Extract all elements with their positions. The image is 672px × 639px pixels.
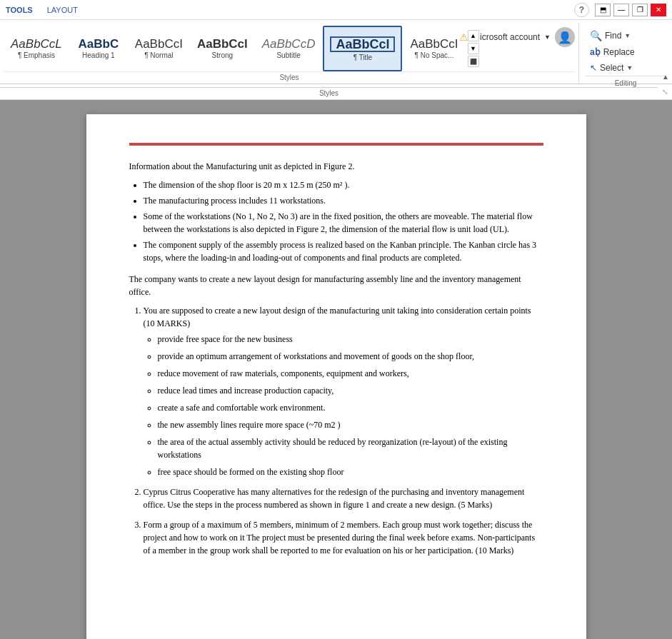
document-area: Information about the Manufacturing unit… [0,100,672,639]
replace-icon: aḅ [590,47,601,57]
nospace-preview: AaBbCcI [410,38,458,50]
numbered-list: You are supposed to create a new layout … [144,304,543,557]
subtitle-label: Subtitle [276,51,300,59]
select-button[interactable]: ↖ Select ▼ [585,60,666,76]
styles-section: AaBbCcL ¶ Emphasis AaBbC Heading 1 AaBbC… [0,23,579,84]
heading1-preview: AaBbC [78,38,119,50]
subtitle-preview: AaBbCcD [262,38,316,50]
sub-list-1: provide free space for the new business … [158,333,543,478]
style-heading1[interactable]: AaBbC Heading 1 [70,26,127,71]
ribbon: ⚠ Microsoft account ▼ 👤 AaBbCcL ¶ Emphas… [0,20,672,84]
replace-label: Replace [603,47,635,57]
document-page: Information about the Manufacturing unit… [86,114,586,639]
style-nospace[interactable]: AaBbCcI ¶ No Spac... [403,26,464,71]
heading1-label: Heading 1 [82,51,115,59]
find-button[interactable]: 🔍 Find ▼ [585,27,666,44]
nospace-label: ¶ No Spac... [415,51,454,59]
list-item-2-text: Cyprus Citrus Cooperative has many alter… [144,487,525,510]
scroll-up-button[interactable]: ▲ [468,30,479,41]
styles-label: Styles [4,71,574,81]
find-label: Find [605,31,621,41]
emphasis-label: ¶ Emphasis [18,51,55,59]
bullet-1-1: The dimension of the shop floor is 20 m … [144,178,543,191]
bullets-list-1: The dimension of the shop floor is 20 m … [144,178,543,264]
sub-bullet-6: the new assembly lines require more spac… [158,418,543,431]
styles-expand-arrow[interactable]: ⤡ [658,88,672,96]
select-label: Select [600,63,623,73]
title-preview: AaBbCcl [330,36,395,52]
editing-label: Editing [585,76,666,89]
document-content: Information about the Manufacturing unit… [129,160,543,557]
bullet-1-4: The component supply of the assembly pro… [144,238,543,264]
style-strong[interactable]: AaBbCcl Strong [191,26,254,71]
style-normal[interactable]: AaBbCcI ¶ Normal [129,26,189,71]
style-title[interactable]: AaBbCcl ¶ Title [323,26,402,71]
styles-scroll-buttons: ▲ ▼ ⬛ [466,30,481,67]
title-row: TOOLS LAYOUT ? ⬒ — ❐ ✕ [0,0,672,20]
ribbon-collapse-button[interactable]: ▲ [662,73,669,81]
find-caret: ▼ [624,32,631,39]
editing-section: 🔍 Find ▼ aḅ Replace ↖ Select ▼ Editing [579,23,672,84]
styles-expand-button[interactable]: ⬛ [468,56,479,67]
select-icon: ↖ [590,63,597,73]
sub-bullet-1: provide free space for the new business [158,333,543,346]
list-item-3: Form a group of a maximum of 5 members, … [144,518,543,557]
window-buttons: ⬒ — ❐ ✕ [595,4,666,16]
sub-bullet-8: free space should be formed on the exist… [158,466,543,478]
strong-preview: AaBbCcl [197,38,248,50]
scroll-down-button[interactable]: ▼ [468,43,479,54]
style-emphasis[interactable]: AaBbCcL ¶ Emphasis [4,26,69,71]
title-label: ¶ Title [353,54,373,61]
styles-gallery: AaBbCcL ¶ Emphasis AaBbC Heading 1 AaBbC… [4,26,574,71]
replace-button[interactable]: aḅ Replace [585,44,666,60]
list-item-3-text: Form a group of a maximum of 5 members, … [144,520,536,555]
help-button[interactable]: ? [574,3,589,17]
list-item-1-text: You are supposed to create a new layout … [144,306,531,328]
restore-button[interactable]: ⬒ [595,4,611,16]
maximize-button[interactable]: ❐ [632,4,648,16]
normal-preview: AaBbCcI [135,38,183,50]
minimize-button[interactable]: — [613,4,629,16]
styles-section-label: Styles [0,87,658,97]
sub-bullet-2: provide an optimum arrangement of workst… [158,350,543,363]
layout-label: LAYOUT [47,6,78,14]
tools-label: TOOLS [6,6,33,14]
normal-label: ¶ Normal [144,51,173,59]
list-item-2: Cyprus Citrus Cooperative has many alter… [144,485,543,511]
close-button[interactable]: ✕ [651,4,666,16]
sub-bullet-7: the area of the actual assembly activity… [158,436,543,461]
para2: The company wants to create a new layout… [129,273,543,298]
find-icon: 🔍 [590,30,602,41]
strong-label: Strong [212,51,233,59]
emphasis-preview: AaBbCcL [11,38,62,50]
sub-bullet-4: reduce lead times and increase productio… [158,384,543,397]
styles-row: Styles ⤡ [0,84,672,100]
select-caret: ▼ [626,64,633,71]
list-item-1: You are supposed to create a new layout … [144,304,543,478]
bullet-1-3: Some of the workstations (No 1, No 2, No… [144,210,543,236]
sub-bullet-3: reduce movement of raw materials, compon… [158,367,543,380]
bullet-1-2: The manufacturing process includes 11 wo… [144,194,543,207]
style-subtitle[interactable]: AaBbCcD Subtitle [256,26,322,71]
intro-paragraph: Information about the Manufacturing unit… [129,160,543,173]
sub-bullet-5: create a safe and comfortable work envir… [158,401,543,414]
